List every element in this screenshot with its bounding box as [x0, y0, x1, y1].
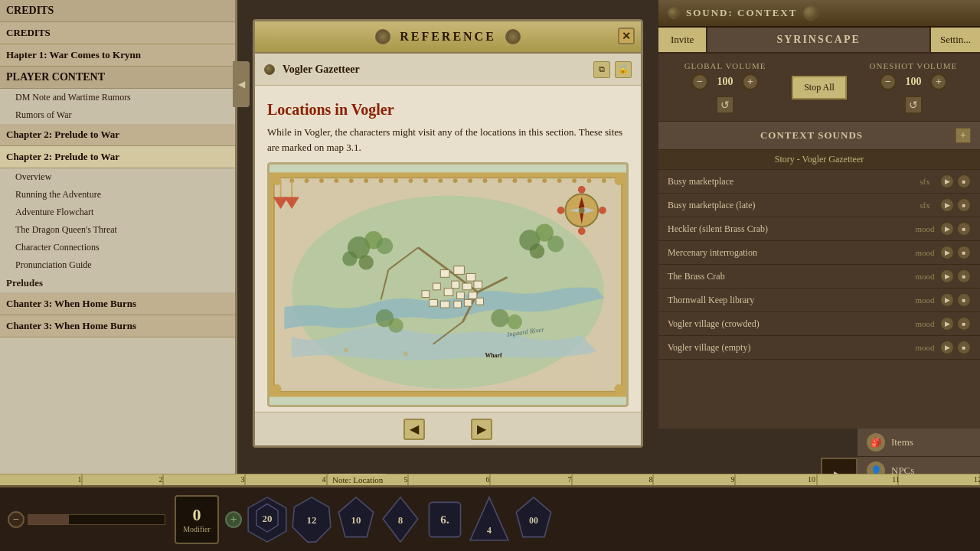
sound-type-0: sfx: [910, 177, 940, 186]
svg-text:11: 11: [892, 475, 900, 484]
sound-item-5: Thornwall Keep library mood ▶ ■: [658, 289, 980, 312]
settings-button[interactable]: Settin...: [929, 28, 980, 52]
items-label: Items: [891, 436, 913, 448]
svg-point-22: [512, 178, 517, 183]
svg-point-5: [273, 384, 282, 393]
oneshot-vol-reset[interactable]: ↺: [905, 96, 922, 113]
sound-stop-0[interactable]: ■: [957, 174, 971, 188]
prev-page-button[interactable]: ◀: [403, 419, 425, 440]
sound-item-4: The Brass Crab mood ▶ ■: [658, 265, 980, 289]
sidebar-section-player-content[interactable]: PLAYER CONTENT: [0, 67, 235, 89]
die-d10[interactable]: 10: [335, 495, 377, 544]
global-vol-increase[interactable]: +: [742, 73, 759, 90]
reference-close-button[interactable]: ✕: [618, 28, 635, 44]
die-d100[interactable]: 00: [513, 495, 554, 544]
sound-controls-6: ▶ ■: [940, 317, 971, 331]
sidebar-collapse-button[interactable]: ◀: [233, 61, 250, 107]
next-page-button[interactable]: ▶: [471, 419, 492, 440]
svg-point-12: [364, 178, 368, 183]
copy-icon[interactable]: ⧉: [593, 61, 610, 78]
svg-point-20: [483, 178, 488, 183]
sound-stop-4[interactable]: ■: [957, 269, 971, 283]
sidebar-item-overview[interactable]: Overview: [0, 168, 235, 186]
sidebar-item-flowchart[interactable]: Adventure Flowchart: [0, 204, 235, 221]
volume-row: GLOBAL VOLUME − 100 + ↺ Stop All ONESHOT…: [658, 54, 980, 122]
sidebar-item-running[interactable]: Running the Adventure: [0, 186, 235, 204]
die-d20[interactable]: 20: [247, 495, 288, 544]
sidebar-item-ch3[interactable]: Chanter 3: When Home Burns: [0, 315, 235, 337]
sidebar-item-pronunciation[interactable]: Pronunciation Guide: [0, 256, 235, 274]
svg-text:12: 12: [974, 475, 980, 484]
svg-point-28: [602, 178, 606, 183]
svg-point-26: [572, 178, 577, 183]
svg-rect-50: [464, 299, 472, 306]
add-modifier-button[interactable]: +: [225, 511, 242, 528]
sound-play-3[interactable]: ▶: [940, 246, 954, 259]
sound-stop-5[interactable]: ■: [957, 293, 971, 307]
sound-name-3: Mercenary interrogation: [668, 247, 910, 259]
items-button[interactable]: 🎒 Items: [858, 429, 980, 457]
ruler: 1 2 3 4 5 6 7 8 9 10 11 12: [0, 474, 980, 486]
sound-play-7[interactable]: ▶: [940, 341, 954, 354]
reference-doc-header: Vogler Gazetteer ⧉ 🔒: [255, 54, 641, 86]
svg-text:5: 5: [404, 475, 408, 484]
sound-play-2[interactable]: ▶: [940, 222, 954, 236]
die-d6[interactable]: 6.: [424, 495, 466, 544]
sidebar-item-ch2[interactable]: Chapter 2: Prelude to War: [0, 146, 235, 168]
stop-all-button[interactable]: Stop All: [792, 76, 847, 99]
global-vol-reset[interactable]: ↺: [717, 96, 733, 113]
svg-rect-39: [452, 281, 459, 289]
oneshot-vol-decrease[interactable]: −: [880, 73, 897, 90]
svg-rect-47: [430, 299, 438, 306]
die-d12[interactable]: 12: [291, 495, 332, 544]
context-add-button[interactable]: +: [956, 128, 971, 143]
sound-gem-right: [803, 5, 818, 21]
svg-point-21: [498, 178, 502, 183]
sound-stop-3[interactable]: ■: [957, 246, 971, 259]
sidebar-item-preludes[interactable]: Preludes: [0, 274, 235, 293]
sidebar-item-ch1[interactable]: Hapter 1: War Comes to Krynn: [0, 44, 235, 67]
svg-rect-51: [476, 298, 484, 305]
sound-play-1[interactable]: ▶: [940, 198, 954, 212]
sound-stop-1[interactable]: ■: [957, 198, 971, 212]
sidebar-item-ch3-header[interactable]: Chanter 3: When Home Burns: [0, 293, 235, 315]
sound-stop-7[interactable]: ■: [957, 341, 971, 354]
lock-icon[interactable]: 🔒: [615, 61, 632, 78]
sidebar-item-rumors[interactable]: Rumors of War: [0, 106, 235, 124]
svg-point-64: [508, 315, 522, 329]
sound-stop-2[interactable]: ■: [957, 222, 971, 236]
sound-play-6[interactable]: ▶: [940, 317, 954, 331]
sound-play-0[interactable]: ▶: [940, 174, 954, 188]
global-vol-decrease[interactable]: −: [691, 73, 708, 90]
title-gem-left: [375, 29, 390, 44]
sidebar-item-dm-note[interactable]: DM Note and Wartime Rumors: [0, 89, 235, 106]
svg-text:7: 7: [568, 475, 572, 484]
svg-point-11: [349, 178, 354, 183]
sidebar-item-credits[interactable]: CREDITS: [0, 22, 235, 44]
sound-name-0: Busy marketplace: [668, 176, 910, 187]
oneshot-vol-increase[interactable]: +: [930, 73, 947, 90]
reference-title: REFERENCE: [400, 30, 496, 44]
invite-button[interactable]: Invite: [658, 28, 707, 52]
svg-point-24: [542, 178, 547, 183]
svg-point-72: [557, 207, 565, 214]
svg-text:2: 2: [159, 475, 163, 484]
svg-point-17: [438, 178, 443, 183]
sound-play-4[interactable]: ▶: [940, 269, 954, 283]
sound-controls-0: ▶ ■: [940, 174, 971, 188]
reference-titlebar: REFERENCE ✕: [255, 21, 641, 54]
sound-stop-6[interactable]: ■: [957, 317, 971, 331]
sidebar-item-ch2-header[interactable]: Chapter 2: Prelude to War: [0, 124, 235, 146]
sound-type-1: sfx: [910, 201, 940, 210]
die-d4[interactable]: 4: [469, 495, 510, 544]
die-d8[interactable]: 8: [380, 495, 421, 544]
svg-point-8: [305, 178, 309, 183]
sidebar-section-credits-top[interactable]: CREDITS: [0, 0, 235, 22]
sound-controls-3: ▶ ■: [940, 246, 971, 259]
sound-play-5[interactable]: ▶: [940, 293, 954, 307]
global-volume-controls: − 100 +: [668, 73, 782, 90]
minus-button[interactable]: −: [8, 511, 24, 528]
sidebar-item-char-connections[interactable]: Character Connections: [0, 239, 235, 256]
content-text: While in Vogler, the characters might vi…: [267, 125, 629, 155]
sidebar-item-dragon-queen[interactable]: The Dragon Queen's Threat: [0, 221, 235, 239]
